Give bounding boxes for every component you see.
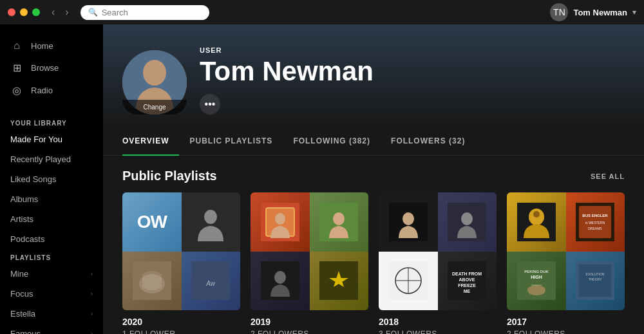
playlist-year-2019: 2019 (251, 317, 368, 327)
forward-button[interactable]: › (61, 5, 72, 19)
mosaic-cell (379, 192, 438, 252)
sidebar-label-podcasts: Podcasts (10, 234, 44, 244)
sidebar-label-browse: Browse (31, 63, 59, 73)
sidebar-item-radio[interactable]: ◎ Radio (0, 79, 103, 102)
svg-text:EVOLUTION: EVOLUTION (586, 272, 605, 276)
svg-text:DREAMS: DREAMS (589, 227, 603, 230)
mosaic-cell (251, 252, 310, 311)
sidebar-item-home[interactable]: ⌂ Home (0, 35, 103, 57)
mosaic-cell (251, 192, 310, 252)
sidebar-item-liked-songs[interactable]: Liked Songs (0, 169, 103, 189)
mosaic-cell (438, 192, 497, 252)
mosaic-cell (379, 252, 438, 311)
sidebar-label-focus: Focus (10, 289, 33, 299)
library-section-title: YOUR LIBRARY (0, 115, 103, 129)
more-options-button[interactable]: ••• (200, 94, 220, 115)
svg-text:BUS ENGLER: BUS ENGLER (583, 214, 609, 218)
sidebar-item-estella[interactable]: Estella › (0, 304, 103, 324)
sidebar-item-famous[interactable]: Famous › (0, 324, 103, 334)
svg-point-13 (333, 212, 345, 225)
user-name: Tom Newman (573, 8, 627, 17)
mosaic-cell: PEKING DUK HIGH (507, 252, 566, 311)
arrow-icon: › (91, 330, 93, 334)
playlist-mosaic-2019 (251, 192, 368, 310)
profile-info: USER Tom Newman ••• (200, 46, 625, 115)
profile-actions: ••• (200, 94, 625, 115)
sidebar-label-albums: Albums (10, 194, 38, 204)
svg-point-11 (275, 213, 285, 225)
playlist-mosaic-2017: BUS ENGLER in WESTERN DREAMS PEKING DUK … (507, 192, 625, 310)
change-avatar-button[interactable]: Change (122, 100, 187, 115)
sidebar-label-mine: Mine (10, 269, 28, 279)
content-body: Public Playlists SEE ALL OW (103, 156, 644, 334)
svg-point-33 (533, 211, 540, 218)
svg-text:PEKING DUK: PEKING DUK (524, 270, 549, 274)
mosaic-cell: EVOLUTION THEORY (566, 252, 625, 311)
playlist-followers-2020: 1 FOLLOWER (122, 329, 240, 334)
playlist-followers-2017: 2 FOLLOWERS (507, 329, 625, 334)
mosaic-cell (122, 252, 182, 311)
playlist-card-2017[interactable]: BUS ENGLER in WESTERN DREAMS PEKING DUK … (507, 192, 625, 334)
back-button[interactable]: ‹ (48, 5, 59, 19)
sidebar-item-focus[interactable]: Focus › (0, 284, 103, 304)
sidebar-label-made-for-you: Made For You (10, 135, 62, 144)
playlist-mosaic-2018: DEATH FROM ABOVE FREEZE ME (379, 192, 497, 310)
title-bar: ‹ › 🔍 TN Tom Newman ▾ (0, 0, 644, 24)
arrow-icon: › (91, 290, 93, 297)
radio-icon: ◎ (10, 84, 23, 97)
close-button[interactable] (8, 8, 15, 16)
window-controls (8, 8, 40, 16)
see-all-button[interactable]: SEE ALL (591, 172, 625, 180)
sidebar-label-recently-played: Recently Played (10, 154, 71, 164)
svg-text:HIGH: HIGH (531, 275, 542, 279)
playlist-card-2020[interactable]: OW (122, 192, 240, 334)
svg-text:THEORY: THEORY (589, 277, 602, 281)
user-info[interactable]: TN Tom Newman ▾ (550, 3, 636, 21)
sidebar-item-mine[interactable]: Mine › (0, 264, 103, 284)
maximize-button[interactable] (32, 8, 40, 16)
mosaic-cell (507, 192, 566, 252)
tab-followers[interactable]: FOLLOWERS (32) (381, 127, 475, 156)
minimize-button[interactable] (20, 8, 28, 16)
sidebar-item-artists[interactable]: Artists (0, 209, 103, 229)
playlist-grid: OW (122, 192, 625, 334)
mosaic-cell: DEATH FROM ABOVE FREEZE ME (438, 252, 497, 311)
nav-arrows: ‹ › (48, 5, 73, 19)
arrow-icon: › (91, 270, 93, 277)
playlist-year-2020: 2020 (122, 317, 240, 327)
content-area: Change USER Tom Newman ••• OVERVIEW PUBL… (103, 24, 644, 334)
playlist-card-2019[interactable]: 2019 2 FOLLOWERS (251, 192, 368, 334)
sidebar-label-liked-songs: Liked Songs (10, 174, 57, 184)
svg-point-42 (527, 285, 545, 295)
tab-public-playlists[interactable]: PUBLIC PLAYLISTS (179, 127, 283, 156)
sidebar-label-famous: Famous (10, 329, 41, 334)
playlist-card-2018[interactable]: DEATH FROM ABOVE FREEZE ME 2018 3 FOLLOW… (379, 192, 497, 334)
sidebar-item-albums[interactable]: Albums (0, 189, 103, 209)
tab-following[interactable]: FOLLOWING (382) (283, 127, 381, 156)
svg-text:in WESTERN: in WESTERN (585, 221, 605, 225)
search-input[interactable] (102, 8, 192, 17)
chevron-down-icon[interactable]: ▾ (632, 8, 636, 17)
arrow-icon: › (91, 310, 93, 317)
browse-icon: ⊞ (10, 62, 23, 74)
section-header: Public Playlists SEE ALL (122, 169, 625, 183)
playlist-followers-2019: 2 FOLLOWERS (251, 329, 368, 334)
mosaic-cell: BUS ENGLER in WESTERN DREAMS (566, 192, 625, 252)
tab-overview[interactable]: OVERVIEW (122, 127, 179, 156)
profile-type-label: USER (200, 46, 625, 54)
avatar-initials: TN (553, 7, 565, 17)
sidebar-item-recently-played[interactable]: Recently Played (0, 149, 103, 169)
svg-point-19 (402, 212, 414, 225)
avatar: TN (550, 3, 568, 21)
mosaic-cell (182, 192, 241, 252)
sidebar-label-estella: Estella (10, 309, 35, 319)
svg-point-15 (274, 271, 286, 284)
sidebar-item-made-for-you[interactable]: Made For You (0, 129, 103, 149)
sidebar-item-browse[interactable]: ⊞ Browse (0, 57, 103, 79)
search-bar[interactable]: 🔍 (80, 5, 209, 20)
mosaic-cell (310, 252, 369, 311)
svg-point-21 (461, 212, 473, 225)
sidebar-item-podcasts[interactable]: Podcasts (0, 229, 103, 249)
search-icon: 🔍 (88, 8, 98, 17)
sidebar-label-artists: Artists (10, 214, 33, 224)
